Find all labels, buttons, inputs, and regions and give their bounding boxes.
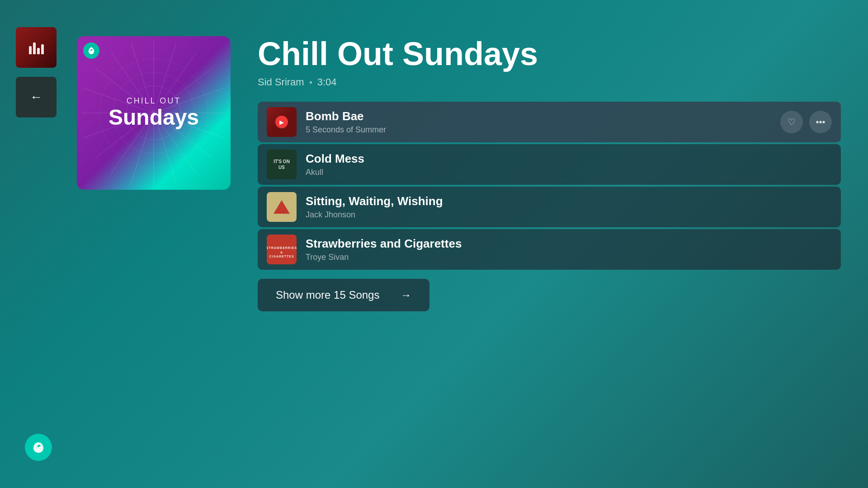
song-item-bomb-bae[interactable]: ▶ Bomb Bae 5 Seconds of Summer ♡ ••• (258, 102, 841, 142)
playlist-meta: Sid Sriram 3:04 (258, 76, 841, 88)
heart-icon: ♡ (788, 117, 796, 127)
right-panel: Chill Out Sundays Sid Sriram 3:04 ▶ Bomb… (258, 36, 841, 461)
main-content: CHILL OUT Sundays Chill Out Sundays Sid … (77, 36, 841, 461)
leaf-logo-icon (32, 441, 45, 454)
triangle-icon (274, 200, 290, 214)
song-list: ▶ Bomb Bae 5 Seconds of Summer ♡ ••• (258, 102, 841, 270)
bottom-logo (25, 434, 52, 461)
song-artist-strawberries: Troye Sivan (306, 253, 832, 262)
more-icon: ••• (816, 117, 825, 127)
arrow-right-icon: → (401, 289, 411, 301)
song-thumbnail-strawberries: STRAWBERRIES&CIGARETTES (267, 235, 297, 264)
back-arrow-icon: ← (30, 90, 42, 104)
strawberries-label: STRAWBERRIES&CIGARETTES (267, 246, 297, 259)
song-actions-bomb-bae: ♡ ••• (780, 111, 832, 133)
back-button[interactable]: ← (16, 77, 57, 117)
song-title-cold-mess: Cold Mess (306, 152, 832, 166)
more-options-button[interactable]: ••• (809, 111, 832, 133)
song-item-sitting[interactable]: Sitting, Waiting, Wishing Jack Jhonson (258, 187, 841, 227)
like-button[interactable]: ♡ (780, 111, 803, 133)
song-title-sitting: Sitting, Waiting, Wishing (306, 194, 832, 208)
song-title-bomb-bae: Bomb Bae (306, 109, 771, 123)
user-avatar[interactable] (16, 27, 57, 68)
bar-chart-icon (29, 41, 44, 54)
song-thumbnail-cold-mess: IT'S ONUS (267, 150, 297, 179)
song-info-strawberries: Strawberries and Cigarettes Troye Sivan (306, 237, 832, 262)
album-badge-icon (87, 46, 96, 55)
song-info-bomb-bae: Bomb Bae 5 Seconds of Summer (306, 109, 771, 135)
playlist-title: Chill Out Sundays (258, 36, 841, 72)
playlist-artist: Sid Sriram (258, 76, 304, 88)
song-thumbnail-bomb-bae: ▶ (267, 107, 297, 137)
song-item-strawberries[interactable]: STRAWBERRIES&CIGARETTES Strawberries and… (258, 229, 841, 270)
song-artist-sitting: Jack Jhonson (306, 210, 832, 220)
us-logo: IT'S ONUS (274, 159, 290, 170)
album-art-text-container: CHILL OUT Sundays (108, 96, 199, 130)
sidebar: ← (0, 0, 72, 488)
show-more-button[interactable]: Show more 15 Songs → (258, 279, 429, 311)
show-more-label: Show more 15 Songs (276, 289, 379, 301)
album-title: Sundays (108, 106, 199, 130)
album-badge (83, 42, 99, 59)
song-artist-bomb-bae: 5 Seconds of Summer (306, 125, 771, 135)
song-info-cold-mess: Cold Mess Akull (306, 152, 832, 177)
song-title-strawberries: Strawberries and Cigarettes (306, 237, 832, 251)
playlist-duration: 3:04 (317, 76, 337, 88)
play-icon: ▶ (275, 116, 288, 128)
album-art: CHILL OUT Sundays (77, 36, 231, 190)
album-subtitle: CHILL OUT (108, 96, 199, 106)
meta-dot (310, 81, 312, 84)
song-info-sitting: Sitting, Waiting, Wishing Jack Jhonson (306, 194, 832, 220)
song-thumbnail-sitting (267, 192, 297, 222)
song-artist-cold-mess: Akull (306, 168, 832, 177)
song-item-cold-mess[interactable]: IT'S ONUS Cold Mess Akull (258, 144, 841, 185)
